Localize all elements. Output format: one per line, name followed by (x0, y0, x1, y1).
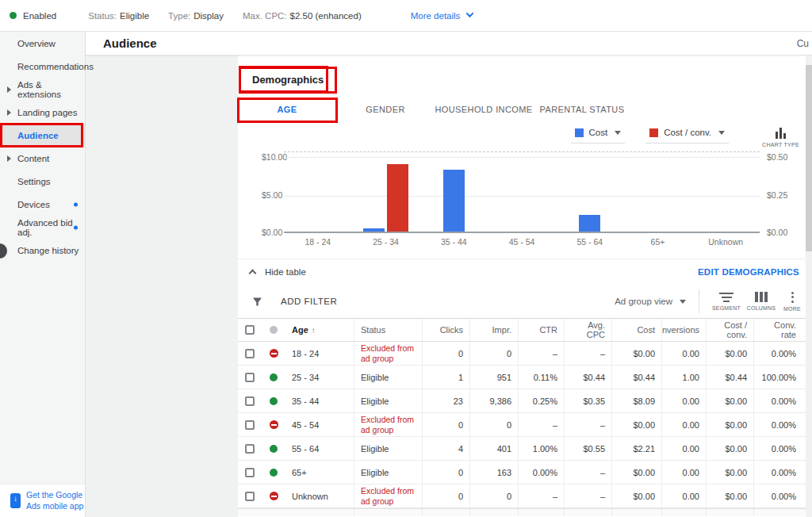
sidebar-item-overview[interactable]: Overview (0, 32, 85, 55)
column-header-clicks[interactable]: Clicks (422, 319, 469, 341)
bar-cost (363, 228, 385, 232)
legend-cost-conv-dropdown[interactable]: Cost / conv. (645, 126, 729, 144)
sidebar-item-devices[interactable]: Devices (0, 193, 85, 216)
cell-age: 55 - 64 (285, 444, 354, 454)
columns-button[interactable]: COLUMNS (744, 292, 779, 311)
row-checkbox[interactable] (245, 373, 255, 382)
cell-status: Eligible (354, 437, 422, 460)
sidebar-item-content[interactable]: Content (0, 147, 85, 170)
bar-cost (443, 170, 465, 232)
tab-parental-status[interactable]: PARENTAL STATUS (533, 97, 631, 121)
chart-plot-area (284, 151, 760, 233)
row-checkbox[interactable] (245, 349, 255, 358)
partial-cell (753, 509, 802, 516)
cell-value: 0 (469, 342, 518, 365)
google-ads-app: Enabled Status: Eligible Type: Display M… (0, 0, 812, 517)
column-header-impr[interactable]: Impr. (469, 319, 518, 341)
cell-value: 0 (422, 342, 469, 365)
cell-value: 0.00 (661, 342, 706, 365)
row-checkbox-cell (238, 444, 262, 454)
sidebar-item-landing-pages[interactable]: Landing pages (0, 101, 85, 124)
expand-triangle-icon (7, 109, 11, 116)
more-vertical-icon (791, 292, 794, 303)
segment-button[interactable]: SEGMENT (709, 293, 744, 311)
edit-demographics-link[interactable]: EDIT DEMOGRAPHICS (698, 267, 799, 277)
partial-cell (422, 509, 469, 516)
tab-age[interactable]: AGE (238, 97, 336, 121)
status-dot-header-icon (270, 326, 278, 334)
cell-value: 1.00 (661, 366, 706, 389)
cell-value: $0.00 (706, 484, 753, 507)
cell-value: 0.00% (753, 484, 802, 507)
more-details-button[interactable]: More details (411, 11, 473, 21)
more-button[interactable]: MORE (779, 292, 806, 312)
sidebar-item-advanced-bid-adj[interactable]: Advanced bid adj. (0, 216, 85, 239)
expand-triangle-icon (7, 86, 11, 93)
max-cpc-value: $2.50 (enhanced) (290, 11, 362, 21)
tab-gender[interactable]: GENDER (336, 97, 435, 121)
partial-cell (564, 509, 611, 516)
cell-value: – (518, 413, 564, 436)
row-status-dot-cell (262, 397, 285, 405)
row-status-dot-cell (262, 445, 285, 453)
x-axis-label: Unknown (691, 233, 760, 247)
chart-type-button[interactable]: CHART TYPE (762, 126, 799, 147)
cell-value: $0.00 (706, 437, 753, 460)
column-header-ctr[interactable]: CTR (518, 319, 564, 341)
select-all-checkbox[interactable] (245, 325, 255, 335)
chart-slot-35-44 (419, 152, 488, 232)
table-row-55-64: 55 - 64Eligible44011.00%$0.55$2.210.00$0… (238, 437, 812, 461)
column-header-cost-conv[interactable]: Cost / conv. (706, 319, 753, 341)
x-axis-label: 18 - 24 (284, 233, 352, 247)
sidebar-item-ads-extensions[interactable]: Ads & extensions (0, 78, 85, 101)
row-checkbox[interactable] (245, 444, 255, 454)
add-filter-button[interactable]: ADD FILTER (281, 297, 337, 306)
page-header: Audience Cu (86, 32, 812, 56)
chart-slot-65+ (624, 152, 692, 232)
table-toolbar: ADD FILTER Ad group view SEGMENT (238, 285, 812, 318)
tab-household-income[interactable]: HOUSEHOLD INCOME (435, 97, 533, 121)
hide-table-button[interactable]: Hide table (265, 267, 306, 277)
cell-value: – (564, 461, 611, 484)
sidebar-item-settings[interactable]: Settings (0, 170, 85, 193)
cell-value: 0.11% (518, 366, 564, 389)
x-axis-label: 65+ (624, 233, 692, 247)
cell-value: $0.00 (706, 413, 753, 436)
view-selector-dropdown[interactable]: Ad group view (615, 297, 686, 306)
row-checkbox-cell (238, 349, 262, 358)
row-checkbox-cell (238, 492, 262, 501)
right-axis-tick: $0.25 (767, 190, 787, 200)
cell-value: $0.00 (611, 413, 661, 436)
scrollbar-thumb[interactable] (806, 65, 812, 251)
sidebar-item-recommendations[interactable]: Recommendations (0, 55, 85, 78)
column-header-status[interactable]: Status (354, 319, 422, 341)
cell-value: 4 (422, 437, 469, 460)
cell-value: 951 (469, 366, 518, 389)
excluded-icon (270, 492, 278, 500)
vertical-scrollbar[interactable] (806, 56, 812, 517)
x-axis-label: 35 - 44 (419, 233, 488, 247)
column-header-cost[interactable]: Cost (611, 319, 661, 341)
demographics-table: Age↑StatusClicksImpr.CTRAvg. CPCCostConv… (238, 318, 812, 508)
column-header-conversions[interactable]: Conversions (661, 319, 706, 341)
eligible-dot-icon (270, 373, 278, 381)
type-label: Type: (168, 11, 190, 21)
bar-chart-icon (775, 128, 787, 139)
legend-cost-dropdown[interactable]: Cost (571, 126, 626, 144)
mobile-app-link[interactable]: Get the Google Ads mobile app (0, 484, 85, 517)
cell-status: Eligible (354, 461, 422, 484)
row-checkbox[interactable] (245, 396, 255, 406)
eligible-dot-icon (270, 469, 278, 477)
column-header-age[interactable]: Age↑ (285, 325, 354, 335)
row-checkbox[interactable] (245, 492, 255, 501)
cell-value: $0.00 (611, 342, 661, 365)
row-checkbox[interactable] (245, 468, 255, 477)
sidebar-item-label: Ads & extensions (17, 80, 85, 99)
row-checkbox[interactable] (245, 420, 255, 430)
column-header-conv-rate[interactable]: Conv. rate (753, 319, 802, 341)
row-checkbox-cell (238, 373, 262, 382)
sidebar-item-audience[interactable]: Audience (0, 124, 85, 147)
filter-funnel-icon[interactable] (251, 296, 263, 308)
column-header-avg-cpc[interactable]: Avg. CPC (564, 319, 611, 341)
sidebar-item-change-history[interactable]: Change history (0, 239, 85, 262)
